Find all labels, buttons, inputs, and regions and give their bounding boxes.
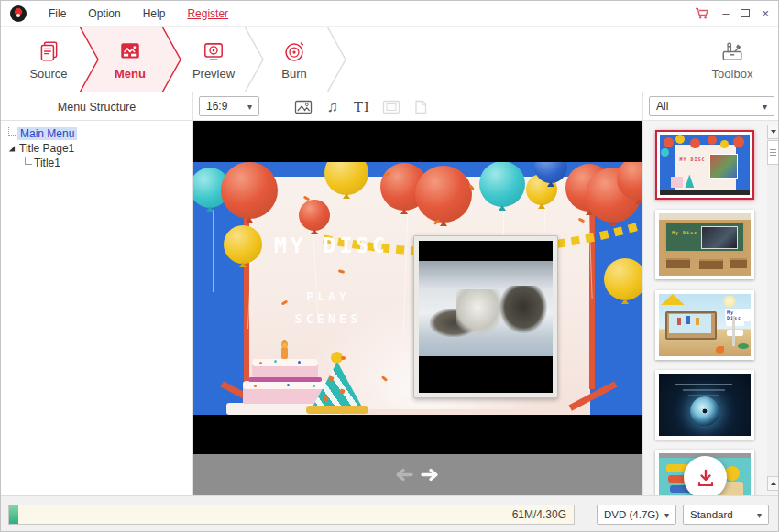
menu-register[interactable]: Register (187, 7, 228, 20)
background-image-tool[interactable] (292, 97, 314, 116)
app-window: File Option Help Register – × Source (0, 0, 779, 532)
scrollbar-bottom-button[interactable] (767, 476, 779, 491)
menu-button-play[interactable]: PLAY (250, 289, 406, 303)
tab-menu[interactable]: Menu (93, 27, 167, 92)
app-logo-icon (10, 5, 27, 22)
chevron-down-icon: ▾ (763, 102, 767, 112)
balloon (479, 162, 525, 207)
template-thumb-classroom[interactable]: My Disc (655, 210, 754, 279)
chevron-down-icon: ▾ (757, 510, 762, 520)
quality-select[interactable]: Standard ▾ (683, 505, 769, 525)
close-button[interactable]: × (762, 7, 769, 19)
template-filter-value: All (656, 100, 668, 113)
template-thumb-galaxy-disc[interactable] (655, 370, 754, 440)
triangle-up-icon (771, 482, 776, 485)
menu-option[interactable]: Option (88, 7, 120, 20)
next-page-arrow[interactable] (421, 467, 443, 483)
video-thumbnail-frame[interactable] (413, 235, 558, 398)
preview-monitor-icon (202, 39, 225, 63)
tab-menu-label: Menu (115, 67, 146, 81)
video-thumbnail (419, 241, 553, 393)
scrollbar-handle[interactable] (767, 140, 779, 165)
tree-item-label: Main Menu (17, 127, 77, 140)
party-hat (309, 360, 366, 415)
menu-template-icon (118, 39, 142, 63)
template-thumb-birthday[interactable]: MY DISC (655, 130, 754, 200)
cart-icon[interactable] (695, 6, 710, 20)
menu-help[interactable]: Help (143, 7, 166, 20)
chevron-down-icon: ▾ (247, 102, 252, 112)
balloon (299, 200, 330, 231)
tree-connector (8, 127, 16, 136)
minimize-button[interactable]: – (722, 7, 729, 19)
image-icon (294, 99, 313, 115)
frame-icon (382, 99, 400, 115)
tree-item-title-page1[interactable]: Title Page1 (1, 141, 192, 156)
chevron-separator (326, 27, 346, 92)
template-list-panel: MY DISC My Disc (642, 121, 779, 495)
template-filter-select[interactable]: All ▾ (649, 96, 774, 116)
seal-figure (456, 289, 505, 335)
titlebar: File Option Help Register – × (1, 1, 779, 27)
tree-item-main-menu[interactable]: Main Menu (1, 126, 192, 141)
tree-item-label: Title Page1 (19, 142, 74, 155)
music-note-icon: ♫ (327, 98, 339, 116)
template-thumb-beach[interactable]: My Disc (655, 290, 754, 360)
letterbox-bar (193, 415, 642, 454)
tab-burn-label: Burn (281, 67, 306, 81)
thumbnail-tool (410, 97, 432, 116)
tree-connector (25, 157, 32, 165)
secondary-toolbar: Menu Structure 16:9 ▾ ♫ TI (1, 92, 779, 121)
quality-value: Standard (690, 509, 733, 520)
tab-preview-label: Preview (192, 67, 235, 81)
aspect-ratio-value: 16:9 (206, 100, 227, 113)
tree-item-label: Title1 (34, 157, 60, 169)
template-caption: My Disc (672, 230, 697, 235)
toolbox-icon (719, 39, 745, 63)
disc-type-value: DVD (4.7G) (604, 509, 659, 520)
tree-expander-icon[interactable] (7, 144, 16, 153)
menu-scene: MY DISC PLAY SCENES (193, 162, 642, 415)
menu-structure-header: Menu Structure (1, 92, 193, 121)
download-icon (695, 467, 717, 489)
balloon (415, 166, 472, 223)
seal-figure (499, 286, 548, 333)
capacity-progress-bar: 61M/4.30G (8, 505, 575, 525)
aspect-ratio-select[interactable]: 16:9 ▾ (199, 96, 259, 116)
tab-preview[interactable]: Preview (177, 27, 250, 92)
burn-disc-icon (282, 39, 306, 63)
menu-structure-title: Menu Structure (58, 101, 136, 114)
template-filter-area: All ▾ (642, 92, 779, 121)
frame-tool (380, 97, 402, 116)
scrollbar-top-button[interactable] (767, 125, 779, 139)
template-caption: MY DISC (680, 157, 706, 162)
tab-burn[interactable]: Burn (259, 27, 329, 92)
menu-file[interactable]: File (49, 7, 66, 20)
status-bar: 61M/4.30G DVD (4.7G) ▾ Standard ▾ (1, 495, 779, 532)
balloon (224, 225, 262, 264)
toolbox-button[interactable]: Toolbox (699, 27, 765, 92)
video-still-seals (419, 261, 553, 357)
balloon (604, 258, 642, 300)
download-template-button[interactable] (684, 456, 727, 495)
scrollbar-track[interactable] (767, 125, 779, 491)
text-tool[interactable]: TI (351, 97, 373, 116)
disc-type-select[interactable]: DVD (4.7G) ▾ (597, 505, 676, 525)
capacity-text: 61M/4.30G (512, 505, 566, 524)
tab-source[interactable]: Source (12, 27, 85, 92)
triangle-down-icon (771, 130, 776, 134)
tab-source-label: Source (29, 67, 67, 81)
maximize-button[interactable] (741, 9, 750, 17)
menu-button-scenes[interactable]: SCENES (250, 311, 406, 326)
file-icon (413, 99, 428, 115)
source-files-icon (37, 39, 60, 63)
disc-title-text[interactable]: MY DISC (274, 233, 389, 257)
text-icon: TI (354, 99, 370, 115)
balloon (221, 162, 278, 219)
steps-bar: Source Menu Preview (1, 27, 779, 92)
chevron-down-icon: ▾ (664, 510, 669, 520)
prev-page-arrow[interactable] (391, 467, 413, 483)
tree-item-title1[interactable]: Title1 (1, 156, 192, 170)
background-music-tool[interactable]: ♫ (322, 97, 344, 116)
menu-preview-canvas[interactable]: MY DISC PLAY SCENES (193, 121, 642, 495)
